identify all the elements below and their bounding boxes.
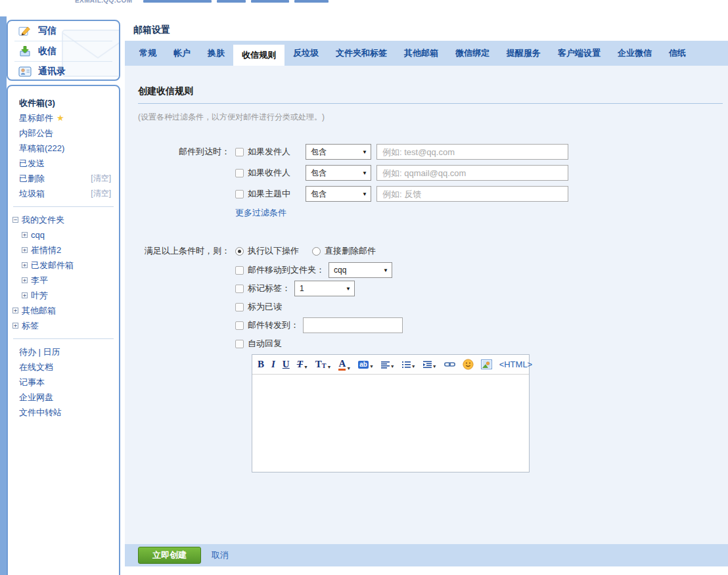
sidebar-item-spam[interactable]: 垃圾箱 [清空] [8, 186, 119, 201]
sidebar-item-starred[interactable]: 星标邮件 ★ [8, 110, 119, 126]
sidebar-item-inbox[interactable]: 收件箱(3) [8, 95, 119, 110]
sidebar-item-deleted[interactable]: 已删除 [清空] [8, 171, 119, 186]
sidebar-item-sent[interactable]: 已发送 [8, 156, 119, 171]
subject-condition-checkbox[interactable] [235, 190, 244, 198]
sidebar-item-drafts[interactable]: 草稿箱(222) [8, 141, 119, 156]
expand-icon[interactable]: + [22, 292, 28, 298]
star-icon: ★ [57, 113, 64, 123]
tab-folders-tags[interactable]: 文件夹和标签 [327, 41, 396, 66]
compose-panel: 写信 收信 通讯录 [7, 20, 120, 81]
align-icon[interactable]: ▼ [381, 361, 395, 369]
tab-client-settings[interactable]: 客户端设置 [549, 41, 609, 66]
expand-icon[interactable]: + [12, 323, 18, 329]
contacts-icon [18, 66, 32, 77]
chevron-down-icon: ▼ [346, 366, 351, 371]
indent-icon[interactable]: ▼ [423, 361, 437, 369]
compose-button[interactable]: 写信 [8, 21, 119, 41]
editor-body[interactable] [252, 375, 529, 472]
mark-read-label: 标为已读 [248, 301, 282, 313]
recipient-condition-checkbox[interactable] [235, 169, 244, 177]
italic-icon[interactable]: I [271, 359, 275, 369]
strikethrough-icon[interactable]: T▼ [297, 359, 308, 369]
sidebar-tree-folder[interactable]: + 李平 [8, 273, 119, 288]
tab-wechat-bind[interactable]: 微信绑定 [447, 41, 498, 66]
sidebar-item-announcements[interactable]: 内部公告 [8, 126, 119, 141]
sidebar-item-online-docs[interactable]: 在线文档 [8, 359, 119, 375]
subject-match-select[interactable]: 包含 ▼ [306, 186, 371, 202]
sidebar-tree-my-folders[interactable]: − 我的文件夹 [8, 212, 119, 227]
sidebar-tree-folder-cqq[interactable]: + cqq [8, 227, 119, 242]
sender-value-input[interactable] [376, 144, 568, 160]
list-icon[interactable]: ▼ [402, 361, 416, 369]
sidebar-tree-folder[interactable]: + 叶芳 [8, 288, 119, 303]
mark-read-checkbox[interactable] [235, 303, 244, 311]
tab-stationery[interactable]: 信纸 [660, 41, 694, 66]
masthead-link-fragment[interactable] [294, 0, 329, 3]
tag-checkbox[interactable] [235, 285, 244, 293]
underline-icon[interactable]: U [283, 359, 290, 369]
sidebar-tree-folder[interactable]: + 已发邮件箱 [8, 258, 119, 273]
actions-block: 满足以上条件时，则： 执行以下操作 直接删除邮件 邮件移动到文件夹： [125, 245, 728, 472]
chevron-down-icon: ▼ [362, 191, 367, 197]
expand-icon[interactable]: + [22, 262, 28, 268]
tab-other-accounts[interactable]: 其他邮箱 [396, 41, 447, 66]
masthead-link-fragment[interactable] [143, 0, 212, 3]
html-source-button[interactable]: <HTML> [499, 360, 533, 369]
tab-antispam[interactable]: 反垃圾 [284, 41, 327, 66]
sidebar-item-notes[interactable]: 记事本 [8, 375, 119, 390]
chevron-down-icon: ▼ [390, 364, 395, 369]
insert-image-icon[interactable] [481, 359, 492, 369]
sender-condition-checkbox[interactable] [235, 148, 244, 156]
perform-actions-radio[interactable] [235, 247, 244, 256]
sidebar-tree-folder[interactable]: + 崔情情2 [8, 242, 119, 258]
font-color-icon[interactable]: A▼ [338, 359, 351, 371]
inbox-check-button[interactable]: 收信 [8, 41, 119, 61]
cancel-link[interactable]: 取消 [212, 549, 229, 561]
autoreply-checkbox[interactable] [235, 340, 244, 348]
move-folder-select[interactable]: cqq ▼ [329, 262, 392, 278]
masthead-link-fragment[interactable] [217, 0, 246, 3]
subject-value-input[interactable] [376, 186, 568, 202]
tab-account[interactable]: 帐户 [165, 41, 199, 66]
recipient-value-input[interactable] [376, 165, 568, 181]
editor-toolbar: B I U T▼ TT▼ A▼ ab▼ ▼ [252, 355, 529, 375]
tag-select[interactable]: 1 ▼ [294, 281, 355, 296]
bold-icon[interactable]: B [258, 359, 264, 369]
exmail-brand: EXMAIL.QQ.COM [75, 0, 132, 4]
tab-wework[interactable]: 企业微信 [609, 41, 660, 66]
expand-icon[interactable]: + [22, 277, 28, 283]
forward-address-input[interactable] [303, 317, 403, 333]
empty-deleted-link[interactable]: [清空] [91, 173, 111, 184]
empty-spam-link[interactable]: [清空] [91, 188, 111, 199]
forward-checkbox[interactable] [235, 321, 244, 330]
tab-skin[interactable]: 换肤 [199, 41, 233, 66]
sender-match-select[interactable]: 包含 ▼ [306, 144, 371, 160]
tab-reminder[interactable]: 提醒服务 [498, 41, 549, 66]
emoji-icon[interactable] [463, 359, 474, 370]
sidebar-item-todo-calendar[interactable]: 待办 | 日历 [8, 344, 119, 359]
tab-general[interactable]: 常规 [131, 41, 165, 66]
sidebar: 写信 收信 通讯录 [7, 20, 120, 575]
expand-icon[interactable]: + [22, 232, 28, 238]
tab-mail-rules[interactable]: 收信规则 [233, 45, 284, 66]
more-filters-link[interactable]: 更多过滤条件 [235, 207, 286, 219]
delete-directly-radio[interactable] [312, 247, 321, 256]
masthead-link-fragment[interactable] [251, 0, 289, 3]
move-to-folder-checkbox[interactable] [235, 266, 244, 275]
sidebar-tree-other-accounts[interactable]: + 其他邮箱 [8, 303, 119, 318]
hyperlink-icon[interactable] [444, 361, 455, 368]
highlight-color-icon[interactable]: ab▼ [358, 361, 374, 369]
sidebar-item-file-transfer[interactable]: 文件中转站 [8, 405, 119, 420]
sidebar-tree-tags[interactable]: + 标签 [8, 318, 119, 333]
sidebar-item-netdisk[interactable]: 企业网盘 [8, 390, 119, 405]
chevron-down-icon: ▼ [369, 364, 374, 369]
expand-icon[interactable]: + [22, 247, 28, 253]
qqmail-settings-page: EXMAIL.QQ.COM 写信 [0, 0, 728, 575]
recipient-match-select[interactable]: 包含 ▼ [306, 165, 371, 181]
collapse-icon[interactable]: − [12, 217, 18, 223]
create-now-button[interactable]: 立即创建 [138, 547, 201, 564]
expand-icon[interactable]: + [12, 308, 18, 313]
contacts-button[interactable]: 通讯录 [8, 62, 119, 81]
recipient-condition-label: 如果收件人 [248, 167, 306, 179]
font-size-icon[interactable]: TT▼ [315, 359, 332, 369]
